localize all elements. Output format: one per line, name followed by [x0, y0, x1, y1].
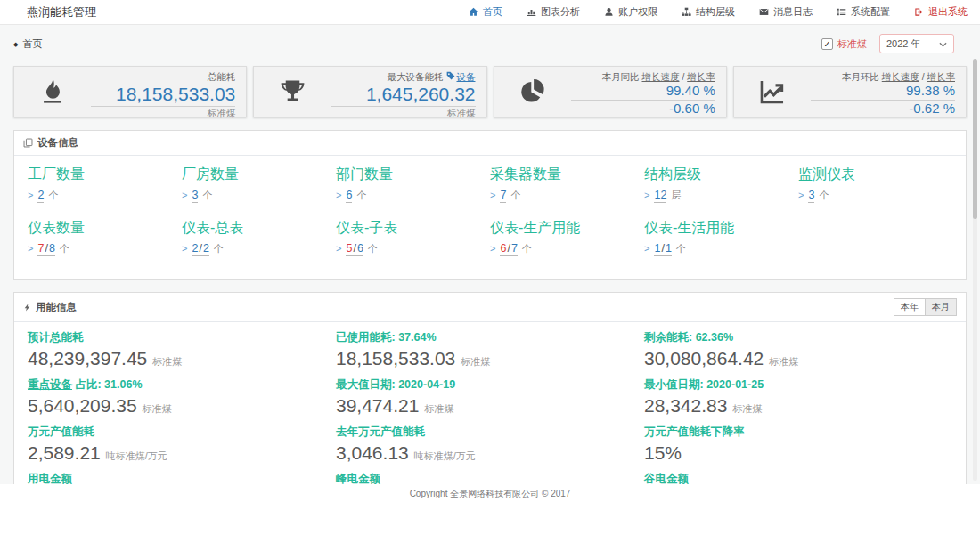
mom-speed-link[interactable]: 增长速度 — [882, 71, 919, 82]
nav-system-config[interactable]: 系统配置 — [837, 5, 890, 19]
yoy-body: 本月同比 增长速度 / 增长率 99.40 % -0.60 % — [571, 67, 726, 117]
key-equipment-link[interactable]: 重点设备 — [28, 378, 72, 391]
energy-stat-key-equipment: 重点设备 占比: 31.06% 5,640,209.35标准煤 — [28, 377, 336, 420]
nav-message-log[interactable]: 消息日志 — [759, 5, 813, 19]
standard-coal-checkbox[interactable]: ✓ 标准煤 — [821, 37, 867, 51]
scrollbar-thumb[interactable] — [973, 59, 977, 219]
device-stat-factories-link[interactable]: 2 — [37, 189, 44, 203]
device-stat-living-meters-link[interactable]: 1/1 — [654, 242, 671, 256]
yoy-speed-value: 99.40 % — [571, 83, 715, 101]
vertical-scrollbar[interactable] — [973, 59, 977, 481]
stat-cards-row: 总能耗 18,158,533.03 标准煤 最大设备能耗 设备 1,645,26… — [13, 66, 967, 117]
chevron-right-icon: > — [490, 243, 495, 254]
total-energy-body: 总能耗 18,158,533.03 标准煤 — [91, 67, 246, 117]
this-year-button[interactable]: 本年 — [894, 298, 926, 316]
mom-label-row: 本月环比 增长速度 / 增长率 — [811, 71, 955, 83]
mom-rate-value: -0.62 % — [811, 101, 955, 117]
nav-chart-analysis[interactable]: 图表分析 — [527, 5, 580, 19]
energy-stat-per-10k-output-last-year: 去年万元产值能耗 3,046.13吨标准煤/万元 — [336, 425, 644, 467]
device-stat-monitor-meters-link[interactable]: 3 — [808, 189, 814, 203]
device-stat-departments-link[interactable]: 6 — [346, 189, 352, 203]
yoy-label: 本月同比 — [602, 71, 640, 82]
nav-structure-hierarchy-label: 结构层级 — [696, 5, 735, 19]
main-nav: 首页 图表分析 账户权限 结构层级 消息日志 系统配置 — [469, 5, 968, 19]
bar-chart-icon — [527, 7, 536, 17]
mom-body: 本月环比 增长速度 / 增长率 99.38 % -0.62 % — [811, 67, 966, 117]
energy-stat-electricity-cost: 用电金额 25,786,412.85元 — [28, 472, 336, 484]
envelope-icon — [759, 7, 769, 17]
nav-system-config-label: 系统配置 — [851, 5, 890, 19]
mom-rate-link[interactable]: 增长率 — [927, 71, 956, 82]
device-stat-production-meters-link[interactable]: 6/7 — [500, 242, 517, 256]
mom-link-sep: / — [922, 71, 925, 82]
total-energy-value: 18,158,533.03 — [91, 83, 235, 107]
max-device-label: 最大设备能耗 — [388, 71, 444, 82]
chevron-right-icon: > — [644, 190, 649, 200]
copyright-text: Copyright 全景网络科技有限公司 © 2017 — [410, 489, 571, 498]
device-stat-structure-levels: 结构层级 >12层 — [644, 165, 798, 203]
device-stat-master-meters: 仪表-总表 >2/2个 — [182, 218, 336, 256]
nav-structure-hierarchy[interactable]: 结构层级 — [682, 5, 735, 19]
trophy-icon — [254, 67, 331, 117]
yoy-speed-link[interactable]: 增长速度 — [641, 71, 679, 82]
nav-logout[interactable]: 退出系统 — [914, 5, 968, 19]
page: 燕润能耗管理 首页 图表分析 账户权限 结构层级 消息日志 — [0, 0, 980, 551]
chevron-down-icon — [939, 38, 947, 49]
top-navbar: 燕润能耗管理 首页 图表分析 账户权限 结构层级 消息日志 — [0, 0, 980, 25]
device-stat-collectors: 采集器数量 >7个 — [490, 165, 644, 203]
footer: Copyright 全景网络科技有限公司 © 2017 — [0, 484, 980, 500]
content-area: ◆ 首页 ✓ 标准煤 2022 年 总能耗 — [0, 25, 980, 484]
total-energy-label: 总能耗 — [91, 71, 235, 83]
this-month-button[interactable]: 本月 — [925, 298, 957, 316]
yoy-rate-link[interactable]: 增长率 — [687, 71, 715, 82]
standard-coal-label: 标准煤 — [837, 37, 867, 51]
max-device-unit: 标准煤 — [331, 107, 475, 119]
checkbox-check-icon: ✓ — [821, 38, 833, 50]
list-icon — [837, 7, 846, 17]
device-stat-collectors-link[interactable]: 7 — [500, 189, 506, 203]
nav-message-log-label: 消息日志 — [773, 5, 813, 19]
energy-stat-used: 已使用能耗: 37.64% 18,158,533.03标准煤 — [336, 330, 644, 373]
device-stat-workshops: 厂房数量 >3个 — [182, 165, 336, 203]
device-stat-master-meters-link[interactable]: 2/2 — [192, 242, 208, 256]
year-select[interactable]: 2022 年 — [879, 34, 954, 53]
nav-home[interactable]: 首页 — [469, 5, 502, 19]
device-link-label: 设备 — [457, 71, 476, 83]
device-stat-meters-link[interactable]: 7/8 — [37, 242, 54, 256]
energy-stat-remaining: 剩余能耗: 62.36% 30,080,864.42标准煤 — [644, 330, 952, 373]
device-info-panel: 设备信息 工厂数量 >2个 厂房数量 >3个 部门数量 >6个 采集器数量 >7… — [13, 130, 967, 280]
toolbar: ◆ 首页 ✓ 标准煤 2022 年 — [13, 34, 967, 53]
max-device-label-row: 最大设备能耗 设备 — [331, 71, 475, 83]
device-stat-sub-meters: 仪表-子表 >5/6个 — [336, 218, 490, 256]
energy-stat-estimated-total: 预计总能耗 48,239,397.45标准煤 — [28, 330, 336, 373]
nav-account-permissions[interactable]: 账户权限 — [604, 5, 657, 19]
chevron-right-icon: > — [798, 190, 804, 200]
device-stat-structure-levels-link[interactable]: 12 — [654, 189, 666, 203]
energy-stat-valley-cost: 谷电金额 11,526,659.67元 — [644, 472, 952, 484]
chevron-right-icon: > — [28, 190, 33, 200]
breadcrumb-bullet-icon: ◆ — [13, 41, 18, 47]
nav-logout-label: 退出系统 — [928, 5, 968, 19]
energy-stat-max-date: 最大值日期: 2020-04-19 39,474.21标准煤 — [336, 377, 644, 420]
mom-label: 本月环比 — [842, 71, 879, 82]
year-select-value: 2022 年 — [886, 37, 921, 51]
energy-info-title: 用能信息 — [36, 301, 77, 314]
device-stat-production-meters: 仪表-生产用能 >6/7个 — [490, 218, 644, 256]
nav-account-permissions-label: 账户权限 — [618, 5, 657, 19]
max-device-value: 1,645,260.32 — [331, 83, 475, 107]
device-stat-sub-meters-link[interactable]: 5/6 — [346, 242, 363, 256]
sign-out-icon — [914, 7, 924, 17]
sitemap-icon — [682, 7, 691, 17]
energy-info-panel: 用能信息 本年 本月 预计总能耗 48,239,397.45标准煤 已使用能耗:… — [13, 292, 967, 484]
bolt-icon — [23, 303, 31, 312]
nav-chart-analysis-label: 图表分析 — [541, 5, 580, 19]
device-stat-factories: 工厂数量 >2个 — [28, 165, 182, 203]
max-device-body: 最大设备能耗 设备 1,645,260.32 标准煤 — [331, 67, 486, 117]
energy-stat-peak-cost: 峰电金额 14,259,753.18元 — [336, 472, 644, 484]
device-link[interactable]: 设备 — [446, 71, 476, 83]
flame-icon — [14, 67, 91, 117]
chevron-right-icon: > — [336, 190, 341, 200]
app-title: 燕润能耗管理 — [27, 4, 96, 20]
mom-speed-value: 99.38 % — [811, 83, 955, 101]
device-stat-workshops-link[interactable]: 3 — [192, 189, 198, 203]
